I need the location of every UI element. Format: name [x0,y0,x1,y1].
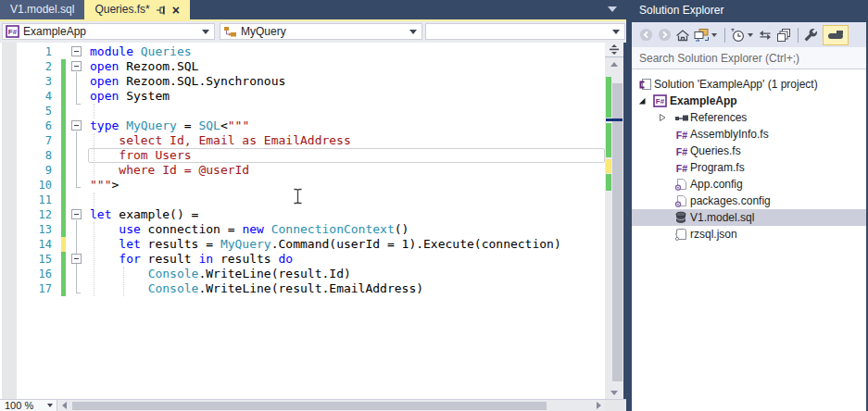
home-icon[interactable] [674,26,691,44]
scope-dropdown[interactable]: MyQuery [220,23,422,40]
scroll-right-arrow[interactable] [592,400,605,411]
tree-item-assemblyinfo-fs[interactable]: F#AssemblyInfo.fs [632,126,866,143]
code-text[interactable]: type MyQuery = SQL<""" [90,118,249,133]
tree-item-app-config[interactable]: App.config [632,176,866,193]
tree-item-v1-model-sql[interactable]: V1.model.sql [632,209,866,226]
code-text[interactable]: for result in results do [90,252,293,267]
code-text[interactable]: Console.WriteLine(result.Id) [90,267,351,281]
horizontal-scrollbar: 100 % [0,399,626,411]
sync-with-active-document-icon[interactable] [757,26,774,44]
svg-text:F#: F# [656,97,665,106]
code-text[interactable]: module Queries [90,44,192,59]
code-text[interactable]: from Users [90,148,192,163]
code-text[interactable]: open System [90,89,170,104]
project-dropdown[interactable]: F# ExampleApp [2,23,215,40]
collapsed-arrow-icon[interactable] [658,113,667,122]
code-text[interactable]: open Rezoom.SQL.Synchronous [90,74,285,89]
fold-collapse-icon[interactable] [71,61,82,71]
line-number: 3 [19,74,52,89]
code-line: 13 use connection = new ConnectionContex… [0,222,605,237]
vertical-scrollbar [605,43,623,399]
pending-changes-filter-icon[interactable] [729,26,746,44]
tree-item-label: ExampleApp [670,94,737,107]
code-text[interactable]: Console.WriteLine(result.EmailAddress) [90,281,423,296]
change-mark-saved [606,77,611,118]
solution-explorer-toolbar [632,22,866,47]
tab-queries-fs[interactable]: Queries.fs* × [84,0,190,19]
zoom-level-dropdown[interactable]: 100 % [0,400,57,411]
code-line: 2open Rezoom.SQL [0,59,605,74]
chevron-down-icon[interactable] [748,33,753,37]
line-number: 4 [19,89,52,104]
tab-label: Queries.fs* [94,0,149,19]
json-file-icon [674,228,687,241]
chevron-down-icon [202,30,209,34]
fold-collapse-icon[interactable] [71,209,82,219]
code-line: 6type MyQuery = SQL<""" [0,118,605,133]
code-line: 5 [0,104,605,118]
search-input[interactable] [637,50,854,67]
code-line: 7 select Id, Email as EmailAddress [0,133,605,148]
tree-item-queries-fs[interactable]: F#Queries.fs [632,143,866,159]
tree-item-rzsql-json[interactable]: rzsql.json [632,226,866,243]
tree-item-packages-config[interactable]: packages.config [632,193,866,209]
change-bar-saved [61,133,66,148]
tree-item-solution-exampleapp-1-project[interactable]: Solution 'ExampleApp' (1 project) [632,76,866,93]
scope-dropdown-value: MyQuery [241,25,286,38]
change-mark-saved [606,174,611,191]
switch-views-icon[interactable] [693,26,710,44]
tab-v1-model-sql[interactable]: V1.model.sql [0,0,84,19]
config-file-icon [674,178,687,191]
tree-item-references[interactable]: References [632,109,866,126]
fsharp-project-icon: F# [6,25,19,38]
preview-selected-items-icon[interactable] [823,25,849,45]
window-list-dropdown-icon[interactable] [608,6,617,12]
change-bar-saved [61,89,66,104]
code-text[interactable]: where Id = @userId [90,163,249,178]
close-icon[interactable]: × [172,4,180,17]
code-text[interactable]: open Rezoom.SQL [90,59,198,74]
scroll-down-arrow[interactable] [605,386,623,399]
scroll-left-arrow[interactable] [57,400,70,411]
code-text[interactable]: let example() = [90,207,198,222]
panel-title: Solution Explorer [639,4,723,17]
expanded-arrow-icon[interactable] [637,96,647,106]
references-icon [674,112,689,123]
change-bar-saved [61,222,66,237]
search-box [632,47,866,69]
fold-collapse-icon[interactable] [71,46,82,56]
code-line: 1module Queries [0,44,605,59]
code-text[interactable]: use connection = new ConnectionContext() [90,222,409,237]
code-text[interactable]: let results = MyQuery.Command(userId = 1… [90,237,561,252]
mouse-cursor-ibeam [293,188,303,208]
properties-icon[interactable] [802,26,819,44]
svg-text:F#: F# [8,28,18,36]
tree-item-program-fs[interactable]: F#Program.fs [632,159,866,176]
pin-icon[interactable] [156,5,167,16]
editor-splitter-handle[interactable] [605,43,623,57]
solution-explorer-panel: Solution Explorer Solution 'ExampleApp' … [632,0,866,411]
chevron-down-icon[interactable] [711,33,717,37]
tree-item-label: V1.model.sql [690,211,754,224]
fold-collapse-icon[interactable] [71,120,82,131]
member-dropdown[interactable] [425,23,625,40]
line-number: 16 [19,267,52,281]
fold-collapse-icon[interactable] [71,254,82,264]
code-line: 8 from Users [0,148,605,163]
vs-window: V1.model.sql Queries.fs* × F# ExampleApp [0,0,868,411]
forward-icon[interactable] [656,26,673,44]
change-mark-saved [606,123,611,157]
collapse-all-icon[interactable] [775,26,792,44]
code-text[interactable]: select Id, Email as EmailAddress [90,133,351,148]
code-text[interactable]: """> [90,178,119,193]
svg-text:F#: F# [676,163,687,174]
back-icon[interactable] [637,26,654,44]
chevron-down-icon [409,30,417,34]
line-number: 17 [19,281,52,296]
vertical-scrollbar-thumb[interactable] [612,83,623,381]
code-editor[interactable]: 1module Queries2open Rezoom.SQL3open Rez… [0,43,605,399]
scroll-up-arrow[interactable] [605,57,623,70]
code-line: 12let example() = [0,207,605,222]
tree-item-exampleapp[interactable]: F#ExampleApp [632,93,866,109]
horizontal-scrollbar-thumb[interactable] [72,402,547,410]
